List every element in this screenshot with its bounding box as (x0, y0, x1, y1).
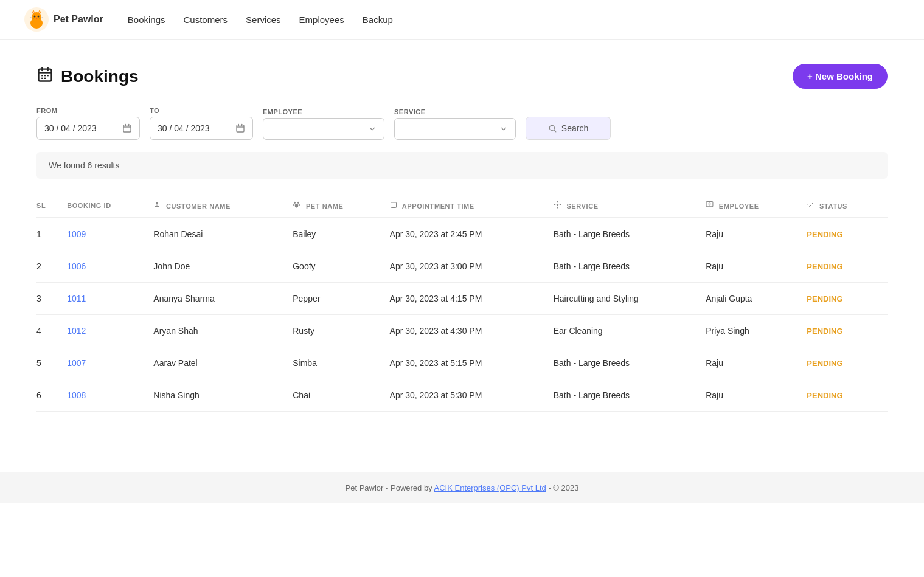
page-title-wrap: Bookings (36, 66, 139, 87)
from-date-input[interactable]: 30 / 04 / 2023 (36, 117, 140, 140)
col-status: STATUS (807, 193, 888, 218)
svg-rect-25 (237, 125, 244, 132)
footer: Pet Pawlor - Powered by ACIK Enterprises… (0, 472, 924, 503)
table-row: 1 1009 Rohan Desai Bailey Apr 30, 2023 a… (36, 218, 888, 250)
service-filter-group: SERVICE (394, 108, 516, 140)
table-row: 6 1008 Nisha Singh Chai Apr 30, 2023 at … (36, 379, 888, 412)
svg-rect-20 (44, 77, 46, 78)
cell-appointment-time: Apr 30, 2023 at 3:00 PM (390, 250, 554, 283)
brand-name: Pet Pawlor (54, 14, 103, 25)
cell-employee: Raju (706, 218, 807, 250)
cell-status: PENDING (807, 283, 888, 315)
cell-sl: 6 (36, 379, 67, 412)
nav-services[interactable]: Services (246, 15, 281, 25)
from-filter-group: FROM 30 / 04 / 2023 (36, 107, 140, 140)
cell-booking-id: 1012 (67, 315, 153, 347)
svg-point-41 (709, 203, 710, 205)
col-service: SERVICE (554, 193, 706, 218)
nav-backup[interactable]: Backup (363, 15, 393, 25)
booking-id-link[interactable]: 1012 (67, 326, 86, 336)
cell-pet-name: Chai (293, 379, 389, 412)
nav-employees[interactable]: Employees (299, 15, 344, 25)
cell-booking-id: 1006 (67, 250, 153, 283)
nav-bookings[interactable]: Bookings (128, 15, 165, 25)
to-calendar-icon (235, 123, 245, 133)
service-select[interactable] (394, 118, 516, 140)
table-row: 2 1006 John Doe Goofy Apr 30, 2023 at 3:… (36, 250, 888, 283)
footer-link[interactable]: ACIK Enterprises (OPC) Pvt Ltd (434, 483, 546, 492)
employee-chevron-icon (368, 125, 377, 133)
booking-id-link[interactable]: 1008 (67, 390, 86, 400)
search-icon (548, 124, 557, 133)
col-customer-name-label: CUSTOMER NAME (166, 202, 231, 210)
col-status-label: STATUS (819, 202, 847, 210)
cell-customer-name: Rohan Desai (153, 218, 293, 250)
cell-customer-name: Aryan Shah (153, 315, 293, 347)
col-employee-label: EMPLOYEE (719, 202, 759, 210)
cell-service: Bath - Large Breeds (554, 347, 706, 379)
cell-customer-name: Nisha Singh (153, 379, 293, 412)
booking-id-link[interactable]: 1009 (67, 229, 86, 239)
cell-appointment-time: Apr 30, 2023 at 4:30 PM (390, 315, 554, 347)
svg-point-8 (38, 16, 40, 18)
svg-rect-17 (44, 75, 46, 76)
cell-pet-name: Pepper (293, 283, 389, 315)
results-message: We found 6 results (49, 161, 119, 170)
service-filter-label: SERVICE (394, 108, 516, 116)
col-customer-name: CUSTOMER NAME (153, 193, 293, 218)
booking-id-link[interactable]: 1007 (67, 358, 86, 368)
navbar: Pet Pawlor Bookings Customers Services E… (0, 0, 924, 40)
booking-id-link[interactable]: 1006 (67, 261, 86, 271)
appointment-calendar-icon (390, 201, 397, 209)
cell-customer-name: Ananya Sharma (153, 283, 293, 315)
employee-filter-group: EMPLOYEE (263, 108, 384, 140)
svg-point-39 (557, 204, 558, 206)
service-chevron-icon (499, 125, 508, 133)
cell-service: Bath - Large Breeds (554, 250, 706, 283)
from-date-value: 30 / 04 / 2023 (44, 123, 97, 133)
cell-employee: Raju (706, 250, 807, 283)
search-button[interactable]: Search (526, 117, 611, 140)
status-badge: PENDING (807, 294, 842, 303)
to-filter-group: TO 30 / 04 / 2023 (150, 107, 253, 140)
cell-sl: 5 (36, 347, 67, 379)
col-sl-label: SL (36, 202, 46, 209)
table-header: SL BOOKING ID CUSTOMER NAME (36, 193, 888, 218)
cell-employee: Priya Singh (706, 315, 807, 347)
brand-link[interactable]: Pet Pawlor (24, 7, 103, 32)
paw-icon (293, 201, 300, 209)
to-date-input[interactable]: 30 / 04 / 2023 (150, 117, 253, 140)
cell-booking-id: 1007 (67, 347, 153, 379)
table-row: 5 1007 Aarav Patel Simba Apr 30, 2023 at… (36, 347, 888, 379)
col-appointment-time-label: APPOINTMENT TIME (402, 202, 474, 210)
svg-point-2 (32, 12, 41, 22)
cell-pet-name: Rusty (293, 315, 389, 347)
col-employee: EMPLOYEE (706, 193, 807, 218)
status-badge: PENDING (807, 262, 842, 271)
employee-select[interactable] (263, 118, 384, 140)
svg-line-30 (554, 130, 555, 132)
svg-point-34 (293, 204, 294, 206)
cell-sl: 1 (36, 218, 67, 250)
cell-service: Haircutting and Styling (554, 283, 706, 315)
nav-links: Bookings Customers Services Employees Ba… (128, 15, 393, 25)
filters-bar: FROM 30 / 04 / 2023 TO 30 / 04 / 2023 (36, 107, 888, 140)
table-row: 4 1012 Aryan Shah Rusty Apr 30, 2023 at … (36, 315, 888, 347)
cell-appointment-time: Apr 30, 2023 at 5:30 PM (390, 379, 554, 412)
page-header: Bookings + New Booking (36, 64, 888, 89)
cell-sl: 3 (36, 283, 67, 315)
from-label: FROM (36, 107, 140, 114)
cell-status: PENDING (807, 347, 888, 379)
new-booking-button[interactable]: + New Booking (793, 64, 888, 89)
cell-pet-name: Bailey (293, 218, 389, 250)
footer-copyright: - © 2023 (546, 483, 579, 492)
cell-service: Bath - Large Breeds (554, 379, 706, 412)
svg-point-35 (299, 204, 300, 206)
nav-customers[interactable]: Customers (184, 15, 228, 25)
booking-id-link[interactable]: 1011 (67, 294, 86, 303)
svg-rect-18 (47, 75, 49, 76)
cell-pet-name: Simba (293, 347, 389, 379)
status-badge: PENDING (807, 327, 842, 336)
from-calendar-icon (122, 123, 132, 133)
svg-rect-37 (391, 202, 396, 208)
